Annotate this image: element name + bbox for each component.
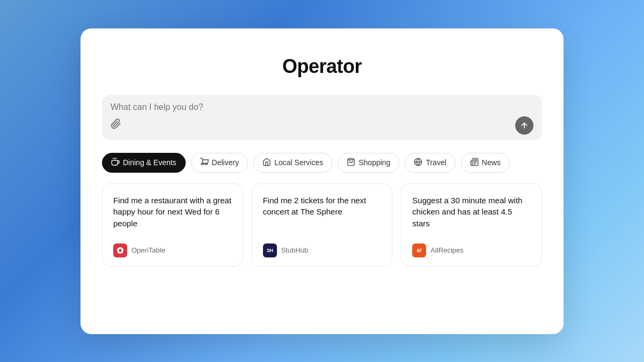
card-stubhub-footer: SH StubHub <box>263 243 382 257</box>
search-input[interactable] <box>111 102 533 112</box>
card-opentable[interactable]: Find me a restaurant with a great happy … <box>102 183 243 267</box>
local-icon <box>262 158 271 168</box>
opentable-logo <box>113 243 127 257</box>
tab-shopping-label: Shopping <box>358 158 390 167</box>
tab-travel[interactable]: Travel <box>405 153 455 173</box>
tab-dining-label: Dining & Events <box>123 158 177 167</box>
allrecipes-brand-name: AllRecipes <box>430 246 463 254</box>
main-card: Operator Dining & Even <box>80 28 564 334</box>
allrecipes-logo: ar <box>412 243 426 257</box>
card-allrecipes-footer: ar AllRecipes <box>412 243 531 257</box>
delivery-icon <box>200 158 209 168</box>
tab-shopping[interactable]: Shopping <box>338 153 399 173</box>
tab-news[interactable]: News <box>461 153 510 173</box>
card-allrecipes-text: Suggest a 30 minute meal with chicken an… <box>412 195 531 235</box>
category-tabs: Dining & Events Delivery Local Services <box>102 153 542 173</box>
card-opentable-footer: OpenTable <box>113 243 232 257</box>
tab-local-label: Local Services <box>274 158 323 167</box>
stubhub-brand-name: StubHub <box>281 246 309 254</box>
card-stubhub[interactable]: Find me 2 tickets for the next concert a… <box>252 183 393 267</box>
tab-local[interactable]: Local Services <box>253 153 332 173</box>
card-opentable-text: Find me a restaurant with a great happy … <box>113 195 232 235</box>
svg-point-9 <box>119 249 121 252</box>
card-allrecipes[interactable]: Suggest a 30 minute meal with chicken an… <box>401 183 542 267</box>
stubhub-logo: SH <box>263 243 277 257</box>
tab-news-label: News <box>482 158 501 167</box>
tab-delivery-label: Delivery <box>212 158 239 167</box>
search-box <box>102 95 542 140</box>
tab-travel-label: Travel <box>426 158 446 167</box>
page-title: Operator <box>102 55 542 78</box>
shopping-icon <box>347 158 355 168</box>
cards-grid: Find me a restaurant with a great happy … <box>102 183 542 267</box>
card-stubhub-text: Find me 2 tickets for the next concert a… <box>263 195 382 235</box>
dining-icon <box>111 158 120 168</box>
attach-icon[interactable] <box>111 119 121 132</box>
travel-icon <box>414 158 422 168</box>
tab-delivery[interactable]: Delivery <box>191 153 248 173</box>
tab-dining[interactable]: Dining & Events <box>102 153 186 173</box>
submit-button[interactable] <box>515 116 533 135</box>
opentable-brand-name: OpenTable <box>131 246 165 254</box>
news-icon <box>470 158 479 168</box>
